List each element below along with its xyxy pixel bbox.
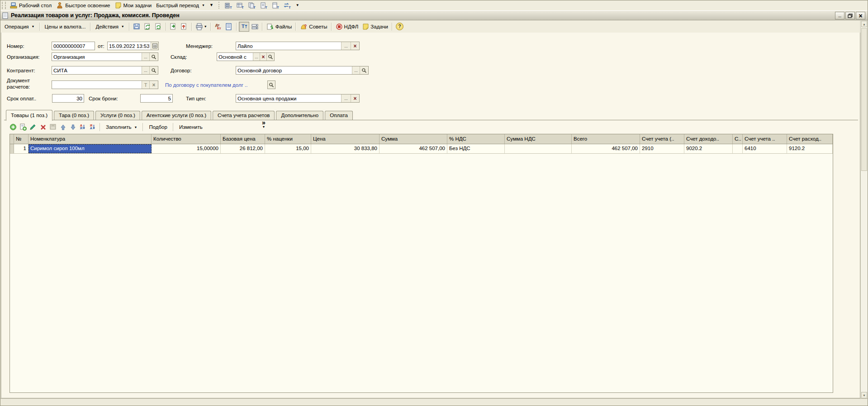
grid-toolbar-overflow-button[interactable]: » ▼ bbox=[262, 120, 266, 129]
column-header[interactable]: Количество bbox=[152, 134, 221, 144]
counterparty-open-button[interactable] bbox=[149, 66, 158, 74]
contract-debt-link[interactable]: По договору с покупателем долг .. bbox=[165, 82, 247, 88]
actions-menu-button[interactable]: Действия▼ bbox=[93, 23, 127, 31]
minimize-button[interactable]: _ bbox=[835, 12, 844, 19]
column-header[interactable]: Счет доходо.. bbox=[684, 134, 733, 144]
restore-button[interactable] bbox=[845, 12, 855, 19]
table-cell[interactable]: 462 507,00 bbox=[379, 144, 447, 153]
column-header[interactable]: % наценки bbox=[265, 134, 311, 144]
column-header[interactable]: Счет расход.. bbox=[787, 134, 833, 144]
delete-row-button[interactable] bbox=[38, 123, 47, 132]
icon-group-overflow-chevron[interactable]: ▼ bbox=[294, 4, 301, 6]
organization-select-button[interactable]: ... bbox=[142, 53, 149, 61]
end-edit-button[interactable] bbox=[48, 123, 57, 132]
subordination-structure-button[interactable]: Т bbox=[239, 22, 249, 32]
price-type-input[interactable] bbox=[236, 94, 341, 102]
price-type-select-button[interactable]: ... bbox=[341, 94, 351, 102]
tab-services[interactable]: Услуги (0 поз.) bbox=[95, 111, 140, 120]
tab-goods[interactable]: Товары (1 поз.) bbox=[6, 110, 52, 121]
manager-input[interactable] bbox=[236, 42, 341, 50]
table-cell[interactable]: Сиримол сироп 100мл bbox=[28, 144, 152, 153]
translate-arrows-icon[interactable]: T bbox=[283, 1, 293, 9]
pick-button[interactable]: Подбор bbox=[146, 123, 171, 131]
date-input[interactable] bbox=[108, 42, 151, 50]
counterparty-input[interactable] bbox=[52, 66, 142, 74]
close-button[interactable]: × bbox=[856, 12, 865, 19]
ndfl-button[interactable]: НДФЛ bbox=[334, 22, 360, 31]
files-button[interactable]: Файлы bbox=[265, 22, 294, 31]
quick-learning-button[interactable]: Быстрое освоение bbox=[55, 1, 111, 9]
settlement-doc-type-button[interactable]: T bbox=[142, 81, 149, 89]
column-header[interactable]: Всего bbox=[572, 134, 640, 144]
help-button[interactable]: ? bbox=[394, 22, 405, 32]
copy-document-button[interactable] bbox=[153, 22, 164, 32]
print-menu-button[interactable]: ▼ bbox=[194, 22, 209, 32]
post-document-button[interactable] bbox=[168, 22, 179, 32]
table-row[interactable]: 1Сиримол сироп 100мл15,0000026 812,0015,… bbox=[10, 144, 833, 154]
column-header[interactable]: Сумма bbox=[379, 134, 447, 144]
sort-asc-button[interactable]: АЯ bbox=[78, 123, 87, 132]
desktop-button[interactable]: Рабочий стол bbox=[9, 1, 53, 9]
translate-doc-icon[interactable]: T bbox=[259, 1, 269, 9]
reserve-term-input[interactable] bbox=[141, 94, 172, 102]
scroll-down-arrow[interactable]: ▼ bbox=[861, 392, 867, 398]
prices-currency-button[interactable]: Цены и валюта... bbox=[42, 23, 89, 31]
translate-building-icon[interactable]: T bbox=[224, 1, 234, 9]
translate-pages-icon[interactable]: T bbox=[247, 1, 257, 9]
move-down-button[interactable] bbox=[68, 123, 77, 132]
contract-input[interactable] bbox=[236, 66, 352, 74]
toolbar-drag-handle[interactable] bbox=[2, 2, 6, 9]
table-cell[interactable]: Без НДС bbox=[447, 144, 505, 153]
column-header[interactable]: Счет учета .. bbox=[743, 134, 787, 144]
price-type-clear-button[interactable]: × bbox=[351, 94, 359, 102]
fill-menu-button[interactable]: Заполнить▼ bbox=[103, 123, 140, 131]
tab-containers[interactable]: Тара (0 поз.) bbox=[54, 111, 94, 120]
table-cell[interactable]: 1 bbox=[14, 144, 28, 153]
organization-open-button[interactable] bbox=[149, 53, 158, 61]
operation-menu-button[interactable]: Операция▼ bbox=[2, 23, 38, 31]
report-structure-button[interactable] bbox=[224, 22, 234, 32]
contract-select-button[interactable]: ... bbox=[352, 66, 360, 74]
debt-open-button[interactable] bbox=[267, 80, 275, 89]
table-cell[interactable]: 9120.2 bbox=[787, 144, 833, 153]
column-header[interactable]: С.. bbox=[733, 134, 743, 144]
table-cell[interactable]: 9020.2 bbox=[684, 144, 733, 153]
unpost-document-button[interactable] bbox=[179, 22, 190, 32]
reread-button[interactable] bbox=[142, 22, 153, 32]
copy-row-button[interactable] bbox=[19, 123, 28, 132]
my-tasks-button[interactable]: Мои задачи bbox=[114, 1, 153, 9]
move-up-button[interactable] bbox=[58, 123, 67, 132]
settlement-doc-clear-button[interactable]: × bbox=[149, 81, 158, 89]
table-cell[interactable] bbox=[505, 144, 572, 153]
table-cell[interactable]: 462 507,00 bbox=[572, 144, 640, 153]
dtkt-movements-button[interactable]: ДтКт bbox=[213, 22, 223, 32]
settlement-doc-input[interactable] bbox=[52, 81, 142, 89]
payment-term-input[interactable] bbox=[52, 94, 84, 102]
sort-desc-button[interactable]: ЯА bbox=[88, 123, 97, 132]
organization-input[interactable] bbox=[52, 53, 142, 61]
tab-agent-services[interactable]: Агентские услуги (0 поз.) bbox=[142, 111, 211, 120]
tasks-button[interactable]: Задачи bbox=[360, 22, 390, 31]
tab-additional[interactable]: Дополнительно bbox=[276, 111, 323, 120]
table-cell[interactable]: 2910 bbox=[640, 144, 684, 153]
tab-settlement-accounts[interactable]: Счета учета расчетов bbox=[213, 111, 275, 120]
table-cell[interactable] bbox=[733, 144, 743, 153]
add-row-button[interactable] bbox=[9, 123, 18, 132]
translate-table-icon[interactable]: T bbox=[236, 1, 246, 9]
column-header[interactable]: Счет учета (.. bbox=[640, 134, 684, 144]
counterparty-select-button[interactable]: ... bbox=[142, 66, 149, 74]
warehouse-input[interactable] bbox=[217, 53, 253, 61]
table-cell[interactable]: 6410 bbox=[743, 144, 787, 153]
tips-button[interactable]: ? Советы bbox=[298, 22, 329, 31]
split-view-button[interactable] bbox=[250, 22, 260, 32]
warehouse-select-button[interactable]: ... bbox=[253, 53, 260, 61]
table-cell[interactable]: 15,00 bbox=[265, 144, 311, 153]
column-header[interactable]: Цена bbox=[311, 134, 379, 144]
edit-row-button[interactable] bbox=[28, 123, 38, 132]
vertical-scrollbar[interactable]: ▲ ▼ bbox=[860, 21, 868, 398]
table-cell[interactable]: 26 812,00 bbox=[221, 144, 265, 153]
calendar-button[interactable] bbox=[151, 42, 158, 50]
manager-select-button[interactable]: ... bbox=[341, 42, 351, 50]
column-header[interactable]: № bbox=[14, 134, 28, 144]
scrollbar-thumb[interactable] bbox=[861, 28, 867, 171]
